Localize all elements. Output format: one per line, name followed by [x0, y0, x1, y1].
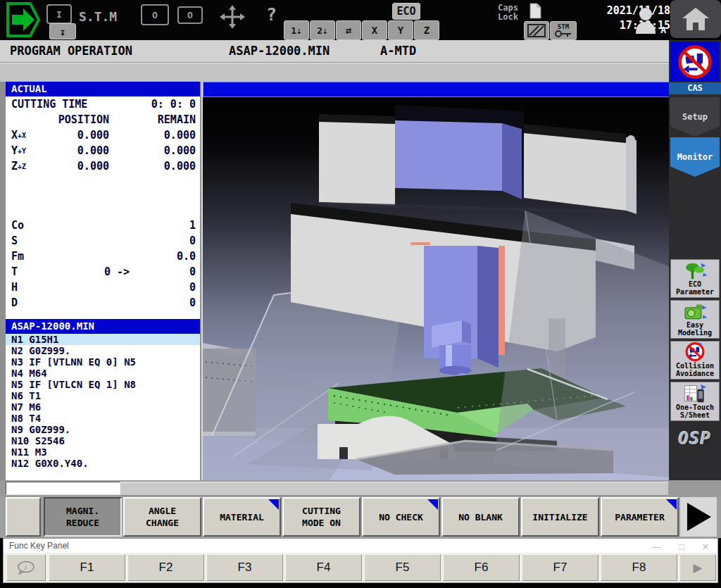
softkey-no-blank[interactable]: NO BLANK [441, 497, 520, 537]
axis-row-z: Z+Z 0.000 0.000 [6, 158, 200, 174]
param-value: 1 [130, 218, 200, 233]
program-line-current[interactable]: N1 G15H1 [6, 334, 200, 345]
softkey-cutting-mode-on[interactable]: CUTTING MODE ON [282, 497, 360, 537]
tab-monitor[interactable]: Monitor [670, 137, 720, 177]
program-line[interactable]: N4 M64 [6, 368, 200, 379]
program-line[interactable]: N12 G0X0.Y40. [6, 458, 200, 469]
func-key-f6[interactable]: F6 [443, 554, 520, 581]
program-line[interactable]: N2 G0Z999. [6, 345, 200, 356]
hatch-pattern-icon[interactable] [524, 21, 549, 40]
func-key-f5[interactable]: F5 [364, 554, 441, 581]
collision-avoidance-button[interactable]: Collision Avoidance [670, 341, 720, 380]
param-mid [44, 280, 130, 295]
axis-row-x: X+X 0.000 0.000 [6, 127, 200, 143]
corner-triangle [427, 499, 438, 510]
program-line[interactable]: N10 S2546 [6, 435, 200, 446]
param-row-t: T 0 -> 0 [6, 264, 200, 280]
softkey-blank[interactable] [6, 497, 41, 537]
axis-move-icon[interactable] [220, 5, 245, 32]
func-key-f4[interactable]: F4 [285, 554, 362, 581]
mirror-x-icon[interactable]: X [362, 20, 387, 40]
param-mid [44, 233, 130, 249]
machine-3d-view[interactable] [203, 97, 670, 480]
mirror-z-icon[interactable]: Z [414, 20, 439, 40]
program-line[interactable]: N6 T1 [6, 390, 200, 401]
info-bubble-button[interactable]: i [6, 554, 46, 581]
cycle-start-icon[interactable] [6, 1, 41, 41]
sequence-restart-2-icon[interactable]: 2⇣ [310, 20, 335, 40]
cutting-time-row: CUTTING TIME 0: 0: 0 [6, 96, 200, 112]
func-key-f8[interactable]: F8 [601, 554, 677, 581]
stm-key-label: STM [558, 24, 569, 30]
func-key-more-button[interactable]: ▶ [679, 554, 716, 581]
button-label-line2: S/Sheet [680, 411, 710, 419]
help-icon[interactable]: ? [266, 4, 277, 25]
softkey-no-check[interactable]: NO CHECK [362, 497, 440, 537]
program-line[interactable]: N7 M6 [6, 401, 200, 413]
param-label: Co [6, 218, 44, 233]
program-line[interactable]: N5 IF [VTLCN EQ 1] N8 [6, 379, 200, 390]
param-label: D [6, 295, 44, 311]
maximize-icon[interactable]: □ [675, 540, 688, 554]
softkey-magni-reduce[interactable]: MAGNI. REDUCE [44, 497, 122, 537]
softkey-label: REDUCE [66, 517, 99, 529]
collision-avoidance-icon [677, 44, 713, 80]
softkey-label: MODE ON [302, 517, 341, 529]
easy-modeling-button[interactable]: Easy Modeling [670, 300, 720, 339]
bottom-edge [0, 583, 721, 588]
tool-down-icon[interactable]: ↧ [49, 23, 76, 39]
cutting-time-label: CUTTING TIME [6, 96, 87, 112]
cas-label: CAS [669, 82, 721, 94]
program-line[interactable]: N11 M3 [6, 446, 200, 458]
minimize-icon[interactable]: — [650, 540, 663, 554]
func-key-f3[interactable]: F3 [206, 554, 283, 581]
softkey-next-page-button[interactable] [680, 497, 717, 537]
softkey-label: NO BLANK [458, 511, 503, 523]
seq2-label: 2 [317, 25, 322, 36]
eco-parameter-button[interactable]: ECO Parameter [670, 259, 720, 298]
axis-remain: 0.000 [109, 127, 200, 143]
func-key-f7[interactable]: F7 [522, 554, 598, 581]
sequence-restart-1-icon[interactable]: 1⇣ [284, 20, 309, 40]
program-line[interactable]: N8 T4 [6, 413, 200, 424]
tag-o-icon[interactable]: O [177, 6, 203, 24]
param-value: 0 [130, 233, 200, 249]
axis-remain: 0.000 [109, 158, 200, 174]
user-icon[interactable]: A [636, 6, 658, 37]
top-toolbar: I S.T.M ↧ O O ? 1⇣ 2⇣ ⇄ X Y Z ECO Caps L… [0, 0, 721, 40]
softkey-material[interactable]: MATERIAL [203, 497, 281, 537]
func-key-f1[interactable]: F1 [49, 554, 125, 581]
right-sidebar: CAS Setup Monitor ECO Parameter Easy [669, 40, 721, 480]
page-title: PROGRAM OPERATION [10, 44, 132, 58]
manual-intervention-icon[interactable]: ⇄ [336, 20, 361, 40]
softkey-label: NO CHECK [379, 511, 423, 523]
softkey-label: PARAMETER [615, 511, 664, 523]
tab-setup[interactable]: Setup [670, 97, 720, 137]
cas-button[interactable] [670, 42, 720, 82]
command-input[interactable] [6, 482, 121, 495]
loop-o-icon[interactable]: O [141, 4, 169, 25]
func-key-f2[interactable]: F2 [127, 554, 204, 581]
close-icon[interactable]: ✕ [699, 540, 712, 554]
softkey-label: MATERIAL [220, 511, 264, 523]
func-key-panel-titlebar[interactable]: Func Key Panel — □ ✕ [4, 539, 717, 553]
viewport-title-bar [203, 82, 670, 97]
softkey-label: ANGLE [149, 505, 176, 517]
one-touch-ssheet-button[interactable]: One-Touch S/Sheet [670, 382, 720, 421]
remain-header: REMAIN [109, 112, 200, 127]
caps-lock-indicator: Caps Lock [498, 4, 518, 22]
actual-section-title: ACTUAL [6, 82, 200, 96]
axis-position: 0.000 [44, 143, 109, 158]
home-icon [682, 6, 710, 32]
program-line[interactable]: N3 IF [VTLNN EQ 0] N5 [6, 356, 200, 368]
softkey-initialize[interactable]: INITIALIZE [521, 497, 599, 537]
program-line[interactable]: N9 G0Z999. [6, 424, 200, 435]
softkey-label: INITIALIZE [532, 511, 587, 523]
mirror-y-icon[interactable]: Y [388, 20, 413, 40]
softkey-angle-change[interactable]: ANGLE CHANGE [123, 497, 201, 537]
home-button[interactable] [670, 0, 721, 38]
program-name-bar: ASAP-12000.MIN [6, 319, 200, 334]
active-program-name: ASAP-12000.MIN [229, 44, 330, 58]
softkey-parameter[interactable]: PARAMETER [601, 497, 679, 537]
single-block-icon[interactable]: I [46, 4, 72, 24]
